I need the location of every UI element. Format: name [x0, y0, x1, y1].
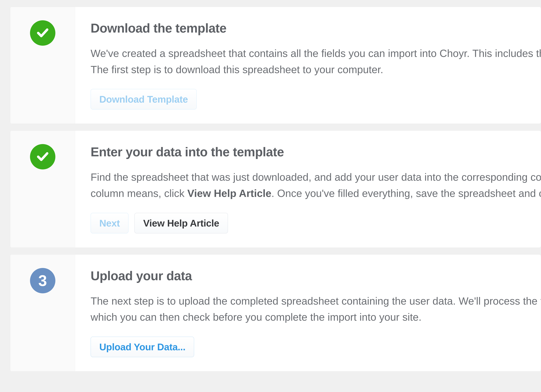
step-complete-badge [30, 20, 55, 46]
step-actions: Next View Help Article [91, 213, 541, 233]
step-actions: Upload Your Data... [91, 337, 541, 357]
step-title: Enter your data into the template [91, 145, 541, 159]
check-icon [36, 150, 49, 164]
step-title: Download the template [91, 21, 541, 36]
step-indicator-col [10, 131, 75, 247]
step-number-badge: 3 [30, 268, 55, 293]
step-body: Enter your data into the template Find t… [75, 131, 541, 247]
step-title: Upload your data [91, 269, 541, 283]
step-description: The next step is to upload the completed… [91, 293, 541, 325]
view-help-article-button[interactable]: View Help Article [134, 213, 228, 233]
step-card-3: 3 Upload your data The next step is to u… [10, 254, 541, 371]
step-card-1: Download the template We've created a sp… [10, 7, 541, 124]
step-actions: Download Template [91, 89, 541, 110]
download-template-button[interactable]: Download Template [91, 89, 197, 110]
step-number: 3 [38, 273, 47, 288]
step-description: Find the spreadsheet that was just downl… [91, 169, 541, 201]
step-body: Download the template We've created a sp… [75, 7, 541, 124]
step-description: We've created a spreadsheet that contain… [91, 45, 541, 78]
upload-your-data-button[interactable]: Upload Your Data... [91, 337, 194, 357]
next-button[interactable]: Next [91, 213, 129, 233]
step-indicator-col [10, 7, 75, 124]
check-icon [36, 26, 49, 40]
step-body: Upload your data The next step is to upl… [75, 255, 541, 371]
step-card-2: Enter your data into the template Find t… [10, 131, 541, 247]
step-complete-badge [30, 144, 55, 169]
step-indicator-col: 3 [10, 255, 75, 371]
